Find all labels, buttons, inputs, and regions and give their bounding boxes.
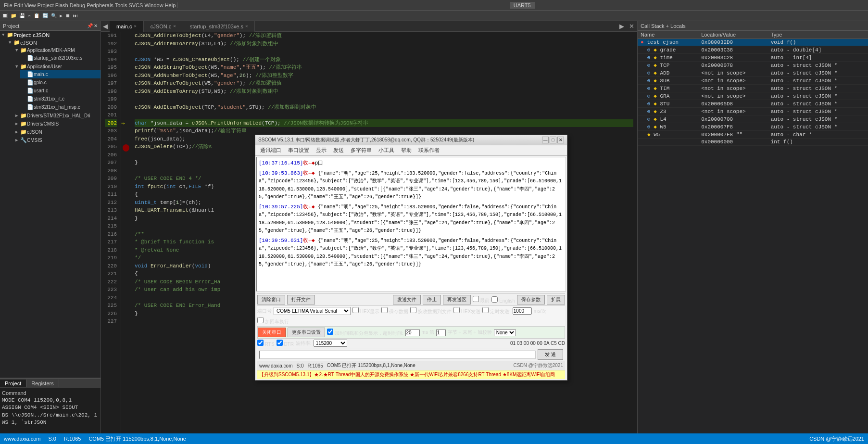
tree-stm32-msp[interactable]: 📄 stm32f1xx_hal_msp.c: [20, 103, 101, 111]
tree-mdk-arm[interactable]: ▼ 📁 Application/MDK-ARM 📄: [13, 46, 101, 63]
sscom-stop-btn[interactable]: 停止: [423, 295, 441, 304]
tree-cjson-folder[interactable]: ▶ 📁 cJSON: [13, 128, 101, 136]
tab-cjson-c[interactable]: cJSON.c ✕: [144, 21, 183, 32]
tab-registers[interactable]: Registers: [26, 380, 59, 387]
sscom-save-data-cb[interactable]: [381, 307, 388, 313]
sscom-menu-contact[interactable]: 联系作者: [415, 146, 442, 154]
editor-tab-bar: ◀ main.c ✕ cJSON.c ✕ startup_stm32f103xe…: [101, 21, 637, 32]
sscom-timeout-input[interactable]: [405, 329, 420, 336]
code-line-193: [135, 48, 633, 56]
sscom-menu-help[interactable]: 帮助: [398, 146, 415, 154]
tree-stm32-it[interactable]: 📄 stm32f1xx_it.c: [20, 95, 101, 103]
editor-close-btn[interactable]: ✕: [626, 23, 637, 30]
tab-startup[interactable]: startup_stm32f103xe.s ✕: [183, 21, 255, 32]
sscom-hex-send-cb[interactable]: [453, 307, 460, 313]
sscom-resend-btn[interactable]: 再发送区: [443, 295, 471, 304]
sscom-send-file-btn[interactable]: 发送文件: [393, 295, 421, 304]
sscom-menu-port[interactable]: 通讯端口: [257, 146, 284, 154]
sscom-window: SSCOM V5.13.1 串口/网络数据调试器,作者大虾丁丁,2618058@…: [255, 135, 567, 381]
tab-project[interactable]: Project: [0, 380, 26, 387]
table-row: ⊕ ◆ W5 0x200007F8 auto - struct cJSON *: [638, 123, 868, 131]
tree-drivers-cmsis[interactable]: ▶ 📁 Drivers/CMSIS: [13, 120, 101, 128]
sscom-checksum-select[interactable]: None: [494, 329, 516, 336]
code-line-202: char *json_data = cJSON_PrintUnformatted…: [135, 119, 633, 127]
sscom-dtr-cb[interactable]: [277, 340, 283, 346]
code-line-191: cJSON_AddTrueToObject(L4,"gender"); //添加…: [135, 32, 633, 40]
tab-main-c-close[interactable]: ✕: [134, 24, 136, 29]
sscom-upgrade-bar: 【升级到SSCOM5.13.1】★2.★RT-Thread中国人的开源免费操作系…: [257, 370, 565, 379]
sscom-auto-reconnect-cb[interactable]: [327, 329, 333, 335]
sscom-convert-cb[interactable]: [410, 307, 416, 313]
sscom-log-area[interactable]: [10:37:16.415]收←◆p口 [10:39:53.863]收←◆ {"…: [256, 157, 566, 292]
project-panel-header: Project 📌 ✕: [0, 21, 101, 31]
sscom-baud-select[interactable]: 115200: [314, 340, 347, 347]
tree-startup[interactable]: 📄 startup_stm32f103xe.s: [20, 54, 101, 62]
tab-startup-close[interactable]: ✕: [245, 24, 248, 29]
sscom-front-cb[interactable]: [473, 296, 479, 302]
tree-usart-c[interactable]: 📄 usart.c: [20, 87, 101, 95]
tree-main-c[interactable]: 📄 main.c: [20, 70, 101, 78]
code-line-196: cJSON_AddNumberToObject(W5,"age",26); //…: [135, 72, 633, 80]
sscom-maximize-btn[interactable]: □: [550, 137, 556, 143]
sscom-minimize-btn[interactable]: —: [542, 137, 549, 143]
col-value: Location/Value: [698, 31, 767, 39]
sscom-byte-input[interactable]: [436, 329, 446, 336]
sscom-timed-input[interactable]: [513, 307, 532, 315]
sscom-url: www.daxia.com: [259, 363, 292, 368]
table-row: ⊕ ◆ TIM <not in scope> auto - struct cJS…: [638, 85, 868, 92]
sscom-open-file-btn[interactable]: 打开文件: [287, 295, 315, 304]
sscom-save-params-btn[interactable]: 保存参数: [517, 295, 545, 304]
file-menu-section: File Edit View Project Flash Debug Perip…: [2, 2, 178, 8]
sscom-menu-bar: 通讯端口 串口设置 显示 发送 多字符串 小工具 帮助 联系作者: [255, 145, 567, 156]
sscom-timed-send-cb[interactable]: [482, 307, 489, 313]
tree-cjson-root[interactable]: ▼ 📁 cJSON ▼ 📁 Application/MDK-ARM: [7, 38, 101, 145]
sscom-recv-count: R:1065: [307, 363, 323, 368]
sscom-window-controls: — □ ✕: [542, 137, 564, 143]
tree-app-user[interactable]: ▼ 📁 Application/User 📄: [13, 63, 101, 112]
sscom-menu-send[interactable]: 发送: [330, 146, 347, 154]
sscom-more-settings-btn[interactable]: 更多串口设置: [288, 328, 325, 337]
tree-gpio-c[interactable]: 📄 gpio.c: [20, 78, 101, 87]
sscom-send-input[interactable]: [259, 351, 536, 359]
code-line-192: cJSON_AddItemToArray(STU,L4); //添加对象到数组中: [135, 40, 633, 48]
sscom-port-row: 端口号 COM5 ELTIMA Virtual Serial HEX显示 保存数…: [257, 305, 565, 326]
sscom-hex-recv-cb[interactable]: [352, 307, 359, 313]
command-line-2: ASSIGN COM4 <SIIN> SIOUT: [2, 404, 99, 411]
tab-scroll-left[interactable]: ◀: [101, 23, 110, 30]
table-row: ● test_cjson 0x080032D0 void f(): [638, 39, 868, 46]
sscom-title-bar[interactable]: SSCOM V5.13.1 串口/网络数据调试器,作者大虾丁丁,2618058@…: [255, 135, 567, 145]
sscom-close-btn[interactable]: ✕: [557, 137, 564, 143]
tab-scroll-right[interactable]: ▶: [617, 23, 626, 30]
sscom-status-bar: www.daxia.com S:0 R:1065 COM5 已打开 115200…: [257, 361, 565, 370]
tab-cjson-c-close[interactable]: ✕: [173, 24, 176, 29]
sscom-port-select[interactable]: COM5 ELTIMA Virtual Serial: [274, 307, 351, 315]
sscom-newline-cb[interactable]: [257, 317, 264, 323]
sscom-menu-display[interactable]: 显示: [313, 146, 329, 154]
sscom-rts-cb[interactable]: [257, 340, 264, 346]
sscom-port-status: COM5 已打开 115200bps,8,1,None,None: [327, 362, 415, 369]
sscom-send-count: S:0: [296, 363, 303, 368]
tree-drivers-hal[interactable]: ▶ 📁 Drivers/STM32F1xx_HAL_Dri: [13, 112, 101, 120]
sscom-menu-multistr[interactable]: 多字符串: [348, 146, 375, 154]
sscom-send-row: 发 送: [257, 348, 565, 361]
sscom-brand: CSDN @宁静致远2021: [513, 362, 563, 369]
tree-cmsis-folder[interactable]: ▶ 🔧 CMSIS: [13, 136, 101, 144]
toolbar-title: UART5: [510, 2, 535, 9]
sscom-menu-serial[interactable]: 串口设置: [285, 146, 312, 154]
code-line-201: [135, 111, 633, 119]
col-type: Type: [768, 31, 868, 39]
sscom-english-cb[interactable]: [491, 296, 498, 303]
sscom-expand-btn[interactable]: 扩展: [547, 295, 565, 304]
call-stack-title: Call Stack + Locals: [641, 23, 686, 29]
tab-startup-label: startup_stm32f103xe.s: [190, 24, 243, 29]
tab-main-c[interactable]: main.c ✕: [110, 21, 144, 32]
project-close-btn[interactable]: ✕: [94, 23, 98, 28]
tree-root[interactable]: ▼ 📁 Project: cJSON ▼ 📁 cJSON: [0, 31, 101, 145]
sscom-clear-btn[interactable]: 清除窗口: [257, 295, 285, 304]
table-row: 0x00000000 int f(): [638, 139, 868, 146]
sscom-menu-tools[interactable]: 小工具: [376, 146, 397, 154]
table-row: ⊕ ◆ ADD <not in scope> auto - struct cJS…: [638, 69, 868, 77]
sscom-send-btn[interactable]: 发 送: [538, 349, 563, 360]
project-pin-btn[interactable]: 📌: [87, 23, 93, 28]
sscom-close-port-btn[interactable]: 关闭串口: [258, 328, 286, 337]
